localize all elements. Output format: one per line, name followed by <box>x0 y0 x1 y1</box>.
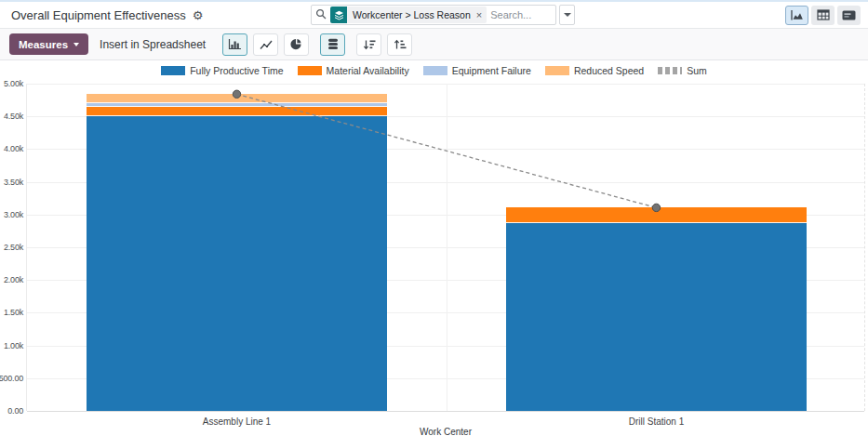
sort-ascending-button[interactable] <box>387 33 412 56</box>
view-switcher <box>785 6 861 25</box>
y-axis-tick-label: 1.50k <box>4 308 23 317</box>
search-box[interactable]: Workcenter > Loss Reason × <box>311 5 556 25</box>
facet-label: Workcenter > Loss Reason <box>347 7 475 23</box>
legend-swatch <box>298 66 322 75</box>
y-axis-labels: 0.00500.001.00k1.50k2.00k2.50k3.00k3.50k… <box>0 84 24 411</box>
y-axis-tick-label: 5.00k <box>4 79 23 88</box>
legend-item[interactable]: Equipment Failure <box>423 65 531 76</box>
dashboard-view-button[interactable] <box>837 6 861 25</box>
legend-item[interactable]: Sum <box>658 65 707 76</box>
pivot-view-button[interactable] <box>811 6 835 25</box>
legend-item[interactable]: Fully Productive Time <box>161 65 283 76</box>
legend-label: Fully Productive Time <box>190 65 283 76</box>
y-axis-tick-label: 2.50k <box>4 243 23 252</box>
measures-label: Measures <box>19 39 68 50</box>
y-axis-tick-label: 3.50k <box>4 178 23 187</box>
control-panel: Measures Insert in Spreadsheet <box>0 29 868 60</box>
legend-item[interactable]: Reduced Speed <box>545 65 644 76</box>
pie-chart-button[interactable] <box>284 33 309 56</box>
caret-down-icon <box>73 43 79 46</box>
bar-segment[interactable] <box>87 107 387 116</box>
y-axis-tick-label: 0.00 <box>7 406 23 416</box>
sort-descending-button[interactable] <box>356 33 381 56</box>
legend-label: Material Availability <box>327 65 409 76</box>
y-axis-tick-label: 500.00 <box>0 374 23 383</box>
facet-remove-icon[interactable]: × <box>475 7 487 23</box>
sort-ascending-icon <box>394 39 407 50</box>
legend-swatch <box>545 66 569 75</box>
legend-item[interactable]: Material Availability <box>298 65 409 76</box>
search-icon <box>315 7 327 23</box>
plot-area: Assembly Line 1Drill Station 1 <box>26 84 865 411</box>
x-axis-tick-label: Assembly Line 1 <box>203 416 271 427</box>
sort-descending-icon <box>363 39 376 50</box>
bar-segment[interactable] <box>87 94 387 103</box>
search-dropdown-toggle[interactable] <box>559 5 575 25</box>
x-axis-tick-label: Drill Station 1 <box>629 416 684 427</box>
stacked-toggle-button[interactable] <box>320 33 345 56</box>
search-facet[interactable]: Workcenter > Loss Reason × <box>330 7 487 23</box>
line-chart-button[interactable] <box>253 33 278 56</box>
legend-swatch <box>658 67 682 74</box>
gear-icon[interactable]: ⚙ <box>193 8 204 22</box>
gridline <box>27 411 864 412</box>
y-axis-tick-label: 4.50k <box>4 112 23 121</box>
y-axis-tick-label: 1.00k <box>4 341 23 350</box>
y-axis-tick-label: 2.00k <box>4 275 23 284</box>
insert-in-spreadsheet-button[interactable]: Insert in Spreadsheet <box>88 33 217 55</box>
group-by-layers-icon <box>330 7 347 23</box>
legend-swatch <box>161 66 185 75</box>
legend-label: Reduced Speed <box>574 65 644 76</box>
pivot-table-icon <box>817 9 830 20</box>
search-input[interactable] <box>490 9 552 20</box>
stacked-database-icon <box>327 38 339 50</box>
chart-legend: Fully Productive TimeMaterial Availabili… <box>0 65 868 76</box>
chart-section: Fully Productive TimeMaterial Availabili… <box>0 60 868 435</box>
x-axis-title: Work Center <box>26 427 865 436</box>
y-axis-tick-label: 4.00k <box>4 144 23 153</box>
legend-swatch <box>423 66 447 75</box>
graph-view-button[interactable] <box>785 6 808 25</box>
pie-chart-icon <box>290 38 302 50</box>
legend-label: Equipment Failure <box>452 65 531 76</box>
dashboard-icon <box>842 10 856 20</box>
y-axis-tick-label: 3.00k <box>4 210 23 219</box>
bar-segment[interactable] <box>87 103 387 107</box>
measures-button[interactable]: Measures <box>9 33 88 55</box>
navbar: Overall Equipment Effectiveness ⚙ Workce… <box>0 2 868 29</box>
bar-segment[interactable] <box>87 116 387 411</box>
bar-segment[interactable] <box>506 207 807 223</box>
bar-segment[interactable] <box>506 223 807 411</box>
search-bar: Workcenter > Loss Reason × <box>311 5 575 25</box>
caret-down-icon <box>564 13 571 17</box>
page-title: Overall Equipment Effectiveness <box>11 8 186 22</box>
gridline <box>447 84 447 411</box>
gridline <box>27 84 864 85</box>
bar-chart-button[interactable] <box>222 33 247 56</box>
area-chart-icon <box>790 9 805 21</box>
line-chart-icon <box>260 39 273 50</box>
bar-chart-icon <box>228 38 242 50</box>
legend-label: Sum <box>687 65 707 76</box>
